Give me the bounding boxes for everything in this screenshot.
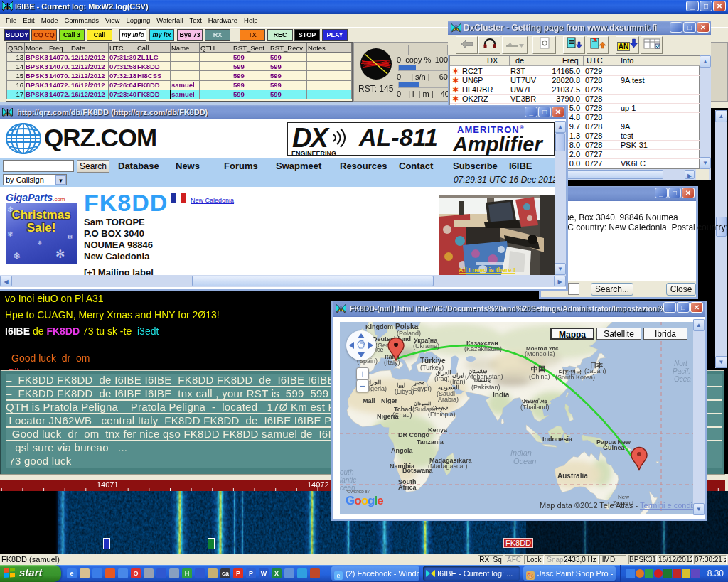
svg-text:Pacif.: Pacif. — [673, 367, 690, 375]
svg-text:India: India — [493, 391, 510, 399]
svg-text:Ocean: Ocean — [513, 457, 536, 465]
svg-text:(Kazakhstan): (Kazakhstan) — [464, 345, 502, 352]
svg-text:Mali: Mali — [363, 397, 375, 404]
svg-text:(Iraq): (Iraq) — [434, 375, 450, 382]
svg-text:❄: ❄ — [13, 250, 21, 262]
svg-text:Tanzania: Tanzania — [417, 438, 444, 446]
svg-text:❄: ❄ — [37, 239, 43, 247]
svg-text:Australia: Australia — [557, 472, 588, 480]
svg-text:پاکستان: پاکستان — [474, 377, 491, 383]
svg-text:14072: 14072 — [307, 480, 329, 489]
svg-text:Nort: Nort — [674, 360, 688, 367]
svg-text:DR Congo: DR Congo — [398, 431, 429, 438]
svg-text:(Pakistan): (Pakistan) — [471, 384, 500, 391]
svg-text:Indian: Indian — [510, 448, 532, 457]
svg-text:Niger: Niger — [381, 397, 398, 404]
svg-text:Kingdom: Kingdom — [365, 323, 393, 330]
svg-text:(Italy): (Italy) — [384, 359, 400, 366]
svg-text:(China): (China) — [529, 373, 550, 380]
svg-text:(Thailand): (Thailand) — [520, 404, 550, 411]
svg-text:(Ethiopia): (Ethiopia) — [428, 411, 456, 418]
svg-text:Africa: Africa — [398, 484, 417, 491]
svg-text:ኢትዮጵያ: ኢትዮጵያ — [431, 406, 449, 411]
svg-text:Ocea: Ocea — [674, 375, 691, 383]
svg-text:ประเทศไทย: ประเทศไทย — [522, 398, 547, 404]
svg-text:(Madagascar): (Madagascar) — [428, 463, 468, 470]
svg-text:(Mongolia): (Mongolia) — [525, 350, 555, 357]
svg-text:✻: ✻ — [55, 248, 65, 260]
svg-text:Kenya: Kenya — [428, 426, 448, 433]
svg-text:lantic: lantic — [340, 476, 356, 484]
svg-text:中国: 中国 — [531, 365, 545, 373]
svg-text:14071: 14071 — [97, 480, 119, 489]
svg-text:Indonesia: Indonesia — [542, 436, 573, 443]
svg-text:outh: outh — [340, 468, 354, 476]
svg-text:Angola: Angola — [391, 447, 413, 454]
svg-text:All I need is there !: All I need is there ! — [459, 266, 515, 274]
svg-text:Guinea: Guinea — [603, 444, 626, 451]
svg-text:Map data ©2012 Tele Atlas - Te: Map data ©2012 Tele Atlas - Termini e co… — [540, 501, 704, 510]
svg-text:(Ukraine): (Ukraine) — [413, 343, 439, 350]
svg-text:Nigeria: Nigeria — [377, 413, 400, 420]
svg-text:(South Korea): (South Korea) — [555, 374, 595, 381]
svg-text:Arabia): Arabia) — [438, 396, 459, 403]
svg-text:(Égypt): (Égypt) — [411, 385, 432, 392]
